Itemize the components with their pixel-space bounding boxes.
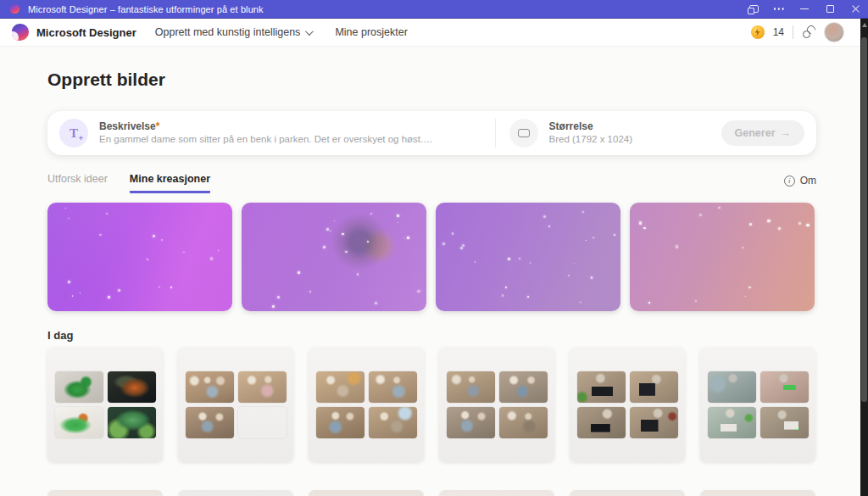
sparkle xyxy=(397,215,399,217)
app-window-icon xyxy=(749,5,759,13)
description-value: En gammel dame som sitter på en benk i p… xyxy=(99,133,434,146)
nav-create-with-ai[interactable]: Opprett med kunstig intelligens xyxy=(155,26,312,38)
share-icon[interactable] xyxy=(802,25,815,39)
creation-thumbnail[interactable] xyxy=(499,371,548,403)
coin-bolt-icon[interactable] xyxy=(751,25,765,39)
about-label: Om xyxy=(800,175,816,187)
thumbnail-grid xyxy=(577,371,678,438)
sparkle xyxy=(695,300,697,302)
sparkle xyxy=(442,242,445,245)
generating-grid xyxy=(47,203,815,311)
nav-my-projects[interactable]: Mine prosjekter xyxy=(335,26,407,38)
sparkle xyxy=(65,208,67,209)
description-field[interactable]: T Beskrivelse* En gammel dame som sitter… xyxy=(59,119,480,148)
tab-bar: Utforsk ideer Mine kreasjoner xyxy=(47,173,210,193)
creation-thumbnail[interactable] xyxy=(369,371,417,403)
sparkle xyxy=(153,235,155,237)
sparkle xyxy=(745,296,747,298)
designer-logo-icon[interactable] xyxy=(12,24,29,41)
creation-thumbnail[interactable] xyxy=(108,371,156,403)
creation-card-partial[interactable] xyxy=(439,490,554,496)
creation-thumbnail[interactable] xyxy=(55,407,103,438)
sparkle xyxy=(345,251,347,253)
sparkle xyxy=(462,244,465,247)
creation-thumbnail[interactable] xyxy=(55,371,103,403)
creation-card-seniors-phones-2[interactable] xyxy=(309,348,424,462)
creation-card-green-foxes[interactable] xyxy=(47,348,163,462)
page-title: Opprett bilder xyxy=(47,70,165,90)
creation-thumbnail[interactable] xyxy=(186,371,234,403)
creation-card-seniors-phones-1[interactable] xyxy=(178,348,293,462)
generating-image-3[interactable] xyxy=(436,203,620,311)
creation-card-senior-dark-laptop[interactable] xyxy=(570,348,685,462)
sparkle xyxy=(639,221,642,224)
creation-thumbnail[interactable] xyxy=(630,407,678,438)
scrollbar-up-arrow-icon[interactable] xyxy=(862,23,867,27)
generate-label: Generer xyxy=(735,127,776,139)
creation-card-partial[interactable] xyxy=(570,490,685,496)
sparkle xyxy=(798,222,801,225)
tab-explore-ideas[interactable]: Utforsk ideer xyxy=(47,173,108,193)
minimize-button[interactable] xyxy=(792,0,817,18)
sparkle xyxy=(643,227,646,230)
nav-my-projects-label: Mine prosjekter xyxy=(335,26,407,38)
creation-thumbnail[interactable] xyxy=(447,371,495,403)
ellipsis-icon xyxy=(774,8,784,9)
creation-thumbnail[interactable] xyxy=(708,407,756,438)
sparkle xyxy=(580,302,581,303)
about-button[interactable]: i Om xyxy=(784,175,816,187)
wide-rect-glyph xyxy=(518,129,530,137)
creation-thumbnail[interactable] xyxy=(760,407,809,438)
user-avatar[interactable] xyxy=(824,22,844,42)
sparkle xyxy=(806,224,809,226)
generating-image-4[interactable] xyxy=(630,203,815,311)
creation-thumbnail[interactable] xyxy=(577,371,626,403)
sparkle xyxy=(748,287,751,289)
open-in-browser-button[interactable] xyxy=(741,0,766,18)
thumbnail-grid xyxy=(316,371,417,438)
creation-thumbnail[interactable] xyxy=(316,371,364,403)
creation-thumbnail[interactable] xyxy=(577,407,626,438)
generate-button[interactable]: Generer → xyxy=(721,120,804,146)
sparkle xyxy=(778,227,781,230)
maximize-button[interactable] xyxy=(817,0,843,18)
creation-thumbnail[interactable] xyxy=(760,371,809,403)
creation-card-senior-green-battery[interactable] xyxy=(700,348,815,462)
more-options-button[interactable] xyxy=(766,0,792,18)
creation-thumbnail[interactable] xyxy=(316,407,364,438)
sparkle xyxy=(519,258,520,259)
sparkle xyxy=(72,295,74,297)
creation-thumbnail[interactable] xyxy=(108,407,156,438)
thumbnail-grid xyxy=(447,371,548,438)
close-button[interactable] xyxy=(843,0,868,18)
sparkle xyxy=(568,275,570,277)
creation-card-partial[interactable] xyxy=(700,490,815,496)
thumbnail-grid xyxy=(186,371,287,438)
creation-card-seniors-phones-3[interactable] xyxy=(439,348,554,462)
creations-row xyxy=(47,348,815,462)
tab-my-creations[interactable]: Mine kreasjoner xyxy=(130,173,210,193)
size-selector[interactable]: Størrelse Bred (1792 x 1024) xyxy=(509,119,721,148)
sparkle xyxy=(648,302,650,304)
creation-card-partial[interactable] xyxy=(309,490,424,496)
creation-thumbnail[interactable] xyxy=(708,371,756,403)
size-icon xyxy=(509,119,538,148)
scrollbar-thumb[interactable] xyxy=(861,37,867,402)
creation-thumbnail[interactable] xyxy=(238,371,287,403)
creation-thumbnail[interactable] xyxy=(630,371,678,403)
sparkle xyxy=(334,220,335,221)
creation-thumbnail[interactable] xyxy=(186,407,234,438)
creation-thumbnail[interactable] xyxy=(238,407,287,438)
sparkle xyxy=(582,211,585,214)
creation-card-partial[interactable] xyxy=(47,490,163,496)
app-header: Microsoft Designer Opprett med kunstig i… xyxy=(0,19,868,47)
sparkle xyxy=(586,240,587,241)
vertical-scrollbar[interactable] xyxy=(860,19,868,496)
creation-thumbnail[interactable] xyxy=(499,407,548,438)
creation-thumbnail[interactable] xyxy=(447,407,495,438)
generating-image-2[interactable] xyxy=(242,203,426,311)
generating-image-1[interactable] xyxy=(47,203,232,311)
sparkle xyxy=(106,213,108,215)
creation-card-partial[interactable] xyxy=(178,490,293,496)
creation-thumbnail[interactable] xyxy=(369,407,417,438)
